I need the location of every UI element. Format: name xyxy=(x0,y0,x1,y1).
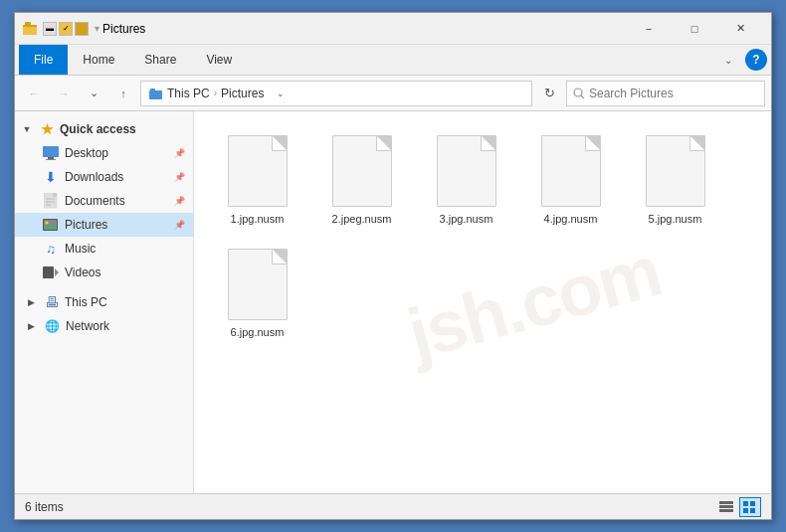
videos-icon xyxy=(43,265,59,280)
forward-button[interactable]: → xyxy=(51,81,77,106)
svg-rect-25 xyxy=(750,508,755,513)
large-icon-view-button[interactable] xyxy=(739,497,761,517)
sidebar-item-documents[interactable]: Documents 📌 xyxy=(15,189,193,213)
close-button[interactable]: ✕ xyxy=(717,13,763,45)
sidebar-label-downloads: Downloads xyxy=(65,170,123,184)
file-page-6 xyxy=(228,249,288,320)
sidebar-item-desktop[interactable]: Desktop 📌 xyxy=(15,141,193,165)
content-area: jsh.com 1.jpg.nusm 2.jpeg.nusm xyxy=(194,111,771,493)
sidebar-label-videos: Videos xyxy=(65,266,100,279)
address-path[interactable]: This PC › Pictures ⌄ xyxy=(140,81,532,106)
svg-rect-24 xyxy=(743,508,748,513)
status-bar: 6 items xyxy=(15,493,771,519)
sidebar: ▼ ★ Quick access Desktop 📌 ⬇ Downloads 📌 xyxy=(15,111,194,493)
minimize-small-icon[interactable]: ▬ xyxy=(43,22,57,36)
help-button[interactable]: ? xyxy=(745,49,767,71)
path-dropdown[interactable]: ⌄ xyxy=(272,85,290,102)
file-item-4[interactable]: 4.jpg.nusm xyxy=(523,127,618,231)
sidebar-label-desktop: Desktop xyxy=(65,146,108,160)
star-icon: ★ xyxy=(41,121,54,137)
svg-rect-4 xyxy=(150,89,155,91)
tab-file[interactable]: File xyxy=(19,45,68,75)
recent-button[interactable]: ⌄ xyxy=(81,81,106,106)
sidebar-item-network[interactable]: ▶ 🌐 Network xyxy=(15,314,193,338)
dropdown-arrow[interactable]: ▾ xyxy=(95,26,100,32)
svg-rect-8 xyxy=(48,157,54,159)
status-count: 6 items xyxy=(25,500,64,514)
svg-rect-9 xyxy=(46,159,56,160)
sidebar-item-downloads[interactable]: ⬇ Downloads 📌 xyxy=(15,165,193,189)
quick-access-toolbar: ▬ ✓ xyxy=(43,22,89,36)
sidebar-label-network: Network xyxy=(66,319,109,333)
refresh-button[interactable]: ↻ xyxy=(536,81,562,106)
tab-view[interactable]: View xyxy=(191,45,247,75)
path-sep-1: › xyxy=(214,88,217,98)
file-icon-6 xyxy=(224,247,292,322)
file-name-4: 4.jpg.nusm xyxy=(544,213,598,225)
title-bar-icons: ▬ ✓ xyxy=(23,21,89,37)
file-icon-4 xyxy=(537,133,605,209)
tab-share[interactable]: Share xyxy=(129,45,191,75)
svg-rect-2 xyxy=(25,22,31,26)
pin-icon-documents: 📌 xyxy=(174,196,185,206)
music-icon: ♫ xyxy=(43,241,59,257)
ribbon-collapse-button[interactable]: ⌄ xyxy=(717,49,739,71)
chevron-right-icon: ▼ xyxy=(19,121,35,137)
svg-rect-7 xyxy=(43,146,59,157)
sidebar-label-thispc: This PC xyxy=(65,295,107,309)
file-item-3[interactable]: 3.jpg.nusm xyxy=(419,127,513,231)
file-icon-3 xyxy=(433,133,500,209)
window-controls: − □ ✕ xyxy=(626,13,763,45)
title-icon-app xyxy=(23,21,39,37)
minimize-button[interactable]: − xyxy=(626,13,672,45)
search-box[interactable] xyxy=(566,81,765,106)
folder-small-icon xyxy=(75,22,89,36)
svg-rect-3 xyxy=(149,90,162,99)
svg-line-6 xyxy=(581,95,584,98)
file-name-1: 1.jpg.nusm xyxy=(231,213,285,225)
file-item-1[interactable]: 1.jpg.nusm xyxy=(210,127,304,231)
documents-icon xyxy=(43,193,59,209)
chevron-right-thispc: ▶ xyxy=(23,294,39,310)
pin-icon-small[interactable]: ✓ xyxy=(59,22,73,36)
file-page-4 xyxy=(541,135,601,207)
back-button[interactable]: ← xyxy=(21,81,47,106)
explorer-window: ▬ ✓ ▾ Pictures − □ ✕ File Home Share Vie… xyxy=(14,12,772,520)
chevron-right-network: ▶ xyxy=(23,318,39,334)
address-bar: ← → ⌄ ↑ This PC › Pictures ⌄ ↻ xyxy=(15,76,771,111)
search-input[interactable] xyxy=(589,87,758,100)
file-item-5[interactable]: 5.jpg.nusm xyxy=(628,127,722,231)
tab-home[interactable]: Home xyxy=(68,45,129,75)
sidebar-item-thispc[interactable]: ▶ 🖶 This PC xyxy=(15,290,193,314)
view-buttons xyxy=(715,497,761,517)
list-view-button[interactable] xyxy=(715,497,737,517)
file-icon-1 xyxy=(224,133,292,209)
svg-point-16 xyxy=(46,222,49,225)
path-thispc[interactable]: This PC xyxy=(167,87,210,100)
svg-rect-19 xyxy=(719,501,733,504)
downloads-icon: ⬇ xyxy=(43,169,59,185)
sidebar-item-music[interactable]: ♫ Music xyxy=(15,237,193,261)
ribbon-tabs: File Home Share View ⌄ ? xyxy=(15,45,771,75)
thispc-icon: 🖶 xyxy=(45,294,59,310)
sidebar-item-quick-access[interactable]: ▼ ★ Quick access xyxy=(15,117,193,141)
svg-marker-18 xyxy=(55,268,59,276)
maximize-button[interactable]: □ xyxy=(672,13,717,45)
sidebar-label-music: Music xyxy=(65,242,96,256)
sidebar-label-documents: Documents xyxy=(65,194,125,208)
file-item-2[interactable]: 2.jpeg.nusm xyxy=(314,127,409,231)
sidebar-item-pictures[interactable]: Pictures 📌 xyxy=(15,213,193,237)
file-page-1 xyxy=(228,135,288,207)
svg-rect-22 xyxy=(743,501,748,506)
sidebar-label-quick-access: Quick access xyxy=(60,122,136,136)
pin-icon-downloads: 📌 xyxy=(174,172,185,182)
svg-rect-23 xyxy=(750,501,755,506)
path-pictures[interactable]: Pictures xyxy=(221,87,264,100)
svg-point-5 xyxy=(574,89,582,96)
sidebar-item-videos[interactable]: Videos xyxy=(15,261,193,284)
file-item-6[interactable]: 6.jpg.nusm xyxy=(210,241,304,344)
pin-icon-desktop: 📌 xyxy=(174,148,185,158)
svg-rect-1 xyxy=(23,27,37,35)
up-button[interactable]: ↑ xyxy=(110,81,136,106)
address-icon xyxy=(149,88,163,99)
